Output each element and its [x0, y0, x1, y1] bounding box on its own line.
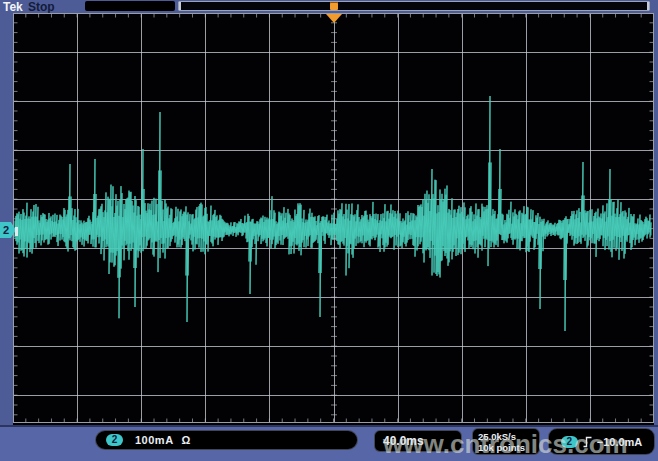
channel2-impedance: Ω — [182, 434, 191, 446]
horizontal-scale: 40.0ms — [383, 434, 424, 448]
trigger-level: −10.0mA — [597, 436, 643, 448]
sample-rate: 25.0kS/s — [478, 431, 516, 442]
graticule-svg — [13, 13, 654, 425]
graticule-area — [13, 13, 654, 425]
record-length: 10k points — [478, 442, 525, 453]
trigger-position-marker-icon — [330, 2, 338, 10]
channel2-readout: 2 100mA Ω — [95, 430, 358, 450]
tek-logo: Tek — [3, 0, 23, 14]
acquisition-status: Stop — [28, 0, 55, 14]
horizontal-scale-readout: 40.0ms — [374, 430, 462, 452]
channel2-ground-tick-icon — [15, 227, 18, 236]
trigger-source-badge: 2 — [561, 436, 578, 448]
trigger-position-triangle-icon — [326, 14, 342, 23]
channel2-badge: 2 — [106, 434, 123, 446]
trigger-readout: 2 −10.0mA — [548, 428, 655, 455]
status-bar: 2 100mA Ω 40.0ms 25.0kS/s 10k points 2 −… — [0, 425, 658, 461]
rising-edge-icon — [583, 436, 592, 448]
channel2-scale: 100mA — [135, 434, 174, 446]
acq-bar-left-bracket-icon — [179, 2, 181, 10]
acquisition-preview-bar — [178, 1, 650, 11]
acq-bar-right-bracket-icon — [647, 2, 649, 10]
oscilloscope-screen: Tek Stop 2 2 100mA Ω 40.0ms 25.0kS/s 10k… — [0, 0, 658, 461]
top-readout-blank — [85, 1, 175, 11]
channel2-waveform — [15, 96, 651, 331]
acquisition-readout: 25.0kS/s 10k points — [472, 428, 540, 455]
